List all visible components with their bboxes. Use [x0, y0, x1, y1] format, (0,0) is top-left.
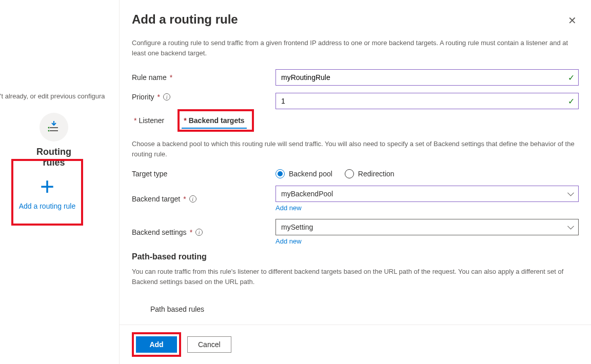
- background-text: 't already, or edit previous configura: [0, 92, 105, 100]
- panel-description: Configure a routing rule to send traffic…: [132, 38, 579, 58]
- panel-footer: Add Cancel: [120, 325, 591, 364]
- add-routing-rule-panel: Add a routing rule ✕ Configure a routing…: [119, 0, 591, 364]
- backend-settings-label: Backend settings* i: [132, 219, 275, 236]
- info-icon[interactable]: i: [189, 195, 196, 203]
- check-icon: ✓: [568, 96, 575, 106]
- close-icon[interactable]: ✕: [566, 12, 579, 29]
- info-icon[interactable]: i: [195, 229, 203, 236]
- target-type-label: Target type: [132, 170, 275, 178]
- tab-listener[interactable]: *Listener: [132, 112, 166, 129]
- routing-rules-icon: [40, 113, 68, 141]
- radio-backend-pool[interactable]: Backend pool: [275, 169, 332, 178]
- rule-name-input[interactable]: [275, 69, 579, 86]
- info-icon[interactable]: i: [163, 93, 170, 100]
- add-button[interactable]: Add: [136, 336, 177, 353]
- add-button-highlight: Add: [132, 332, 181, 357]
- backend-description: Choose a backend pool to which this rout…: [132, 139, 579, 159]
- backend-settings-select[interactable]: mySetting: [275, 219, 579, 235]
- rule-name-label: Rule name*: [132, 73, 275, 82]
- cancel-button[interactable]: Cancel: [187, 336, 231, 353]
- plus-icon: +: [40, 174, 54, 199]
- backend-target-select[interactable]: myBackendPool: [275, 186, 579, 202]
- add-routing-rule-tile[interactable]: + Add a routing rule: [11, 159, 83, 226]
- radio-redirection[interactable]: Redirection: [345, 169, 395, 178]
- panel-title: Add a routing rule: [132, 12, 238, 27]
- backend-target-label: Backend target* i: [132, 186, 275, 203]
- tab-highlight: *Backend targets: [178, 109, 253, 132]
- priority-label: Priority* i: [132, 93, 275, 101]
- tab-backend-targets[interactable]: *Backend targets: [182, 112, 246, 129]
- add-new-backend-settings[interactable]: Add new: [275, 237, 579, 245]
- add-tile-label: Add a routing rule: [19, 202, 76, 210]
- path-rules-label: Path based rules: [150, 305, 579, 313]
- path-routing-title: Path-based routing: [132, 252, 579, 261]
- path-routing-desc: You can route traffic from this rule's l…: [132, 267, 579, 287]
- check-icon: ✓: [568, 73, 575, 83]
- priority-input[interactable]: [275, 93, 579, 109]
